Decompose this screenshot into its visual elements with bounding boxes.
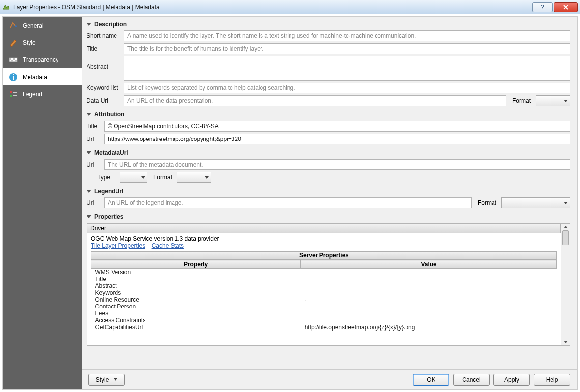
table-row: Title [91,276,557,282]
format-label: Format [512,97,531,104]
sidebar-item-general[interactable]: General [3,17,82,34]
meta-type-combo[interactable] [120,172,147,183]
scroll-thumb[interactable] [562,230,569,245]
keywords-input[interactable] [124,83,570,93]
svg-rect-5 [11,60,13,62]
table-row: Abstract [91,282,557,289]
sidebar-label: Style [23,39,36,46]
sidebar-item-transparency[interactable]: Transparency [3,51,82,68]
tile-properties-link[interactable]: Tile Layer Properties [91,242,145,249]
window-title: Layer Properties - OSM Standard | Metada… [13,4,531,11]
transparency-icon [9,56,18,64]
dataurl-format-combo[interactable] [536,95,570,106]
short-name-input[interactable] [124,30,570,41]
sidebar: General Style Transparency Metadata Lege… [3,17,82,389]
property-cell: GetCapabilitiesUrl [91,324,301,331]
chevron-down-icon[interactable] [87,190,91,193]
legend-url-input[interactable] [104,197,472,208]
chevron-down-icon[interactable] [87,23,91,26]
value-cell: - [301,296,557,303]
attr-title-label: Title [87,123,101,130]
svg-rect-8 [13,76,14,80]
sidebar-label: Legend [23,91,42,98]
sidebar-label: General [23,22,44,29]
value-cell [301,317,557,324]
svg-rect-11 [10,95,12,97]
driver-heading: Driver [87,224,561,233]
table-row: WMS Version [91,269,557,276]
svg-rect-3 [9,58,11,60]
provider-text: OGC Web Map Service version 1.3 data pro… [91,235,557,242]
sidebar-label: Metadata [23,74,47,81]
value-cell [301,310,557,317]
property-cell: Title [91,276,301,282]
property-cell: Access Constraints [91,317,301,324]
legend-icon [9,90,18,99]
style-icon [9,38,18,47]
svg-rect-9 [13,74,14,75]
sidebar-item-legend[interactable]: Legend [3,85,82,103]
attr-url-label: Url [87,136,101,142]
title-input[interactable] [124,43,570,54]
legend-format-label: Format [478,199,496,206]
scroll-down-icon[interactable] [561,338,570,345]
svg-rect-6 [15,60,17,62]
style-menu-button[interactable]: Style [88,374,125,386]
chevron-down-icon[interactable] [87,113,91,116]
dataurl-input[interactable] [124,95,506,106]
cancel-button[interactable]: Cancel [453,374,490,386]
dialog-footer: Style OK Cancel Apply Help [82,369,577,389]
section-properties: Properties Driver OGC Web Map Service ve… [87,213,570,346]
chevron-down-icon[interactable] [87,151,91,154]
metadata-icon [9,73,18,82]
apply-button[interactable]: Apply [493,374,530,386]
cache-stats-link[interactable]: Cache Stats [152,242,184,249]
meta-url-label: Url [87,161,101,168]
table-row: Online Resource- [91,296,557,303]
table-row: Access Constraints [91,317,557,324]
section-description: Description Short name Title Abstract [87,21,570,106]
property-cell: Keywords [91,289,301,296]
section-title: Attribution [94,111,124,118]
close-button[interactable] [554,2,578,12]
value-cell [301,303,557,310]
svg-text:?: ? [541,4,544,10]
value-cell [301,289,557,296]
property-cell: Abstract [91,282,301,289]
property-cell: Online Resource [91,296,301,303]
server-properties-heading: Server Properties [91,251,557,260]
sidebar-item-style[interactable]: Style [3,34,82,51]
property-cell: Fees [91,310,301,317]
sidebar-item-metadata[interactable]: Metadata [3,68,82,85]
svg-rect-4 [13,58,15,60]
meta-format-combo[interactable] [177,172,211,183]
col-property: Property [91,260,301,269]
section-title: LegendUrl [94,188,123,195]
value-cell [301,276,557,282]
scroll-up-icon[interactable] [561,224,570,230]
meta-url-input[interactable] [104,159,570,170]
property-cell: WMS Version [91,269,301,276]
help-button[interactable]: Help [534,374,570,386]
section-title: Description [94,21,127,28]
help-button[interactable]: ? [532,2,553,12]
attr-url-input[interactable] [104,134,570,144]
property-cell: Contact Person [91,303,301,310]
ok-button[interactable]: OK [413,374,449,386]
attr-title-input[interactable] [104,121,570,132]
properties-panel: Driver OGC Web Map Service version 1.3 d… [87,224,561,345]
keywords-label: Keyword list [87,84,121,91]
server-properties-table: PropertyValue WMS VersionTitleAbstractKe… [91,260,557,331]
general-icon [9,21,18,30]
svg-rect-10 [10,91,12,93]
section-legendurl: LegendUrl Url Format [87,188,570,208]
chevron-down-icon[interactable] [87,215,91,218]
abstract-input[interactable] [124,56,570,81]
table-row: Keywords [91,289,557,296]
app-icon [2,3,10,11]
properties-scrollbar[interactable] [561,224,570,345]
section-title: MetadataUrl [94,149,128,156]
short-name-label: Short name [87,32,121,39]
legend-format-combo[interactable] [501,197,570,208]
table-row: Contact Person [91,303,557,310]
